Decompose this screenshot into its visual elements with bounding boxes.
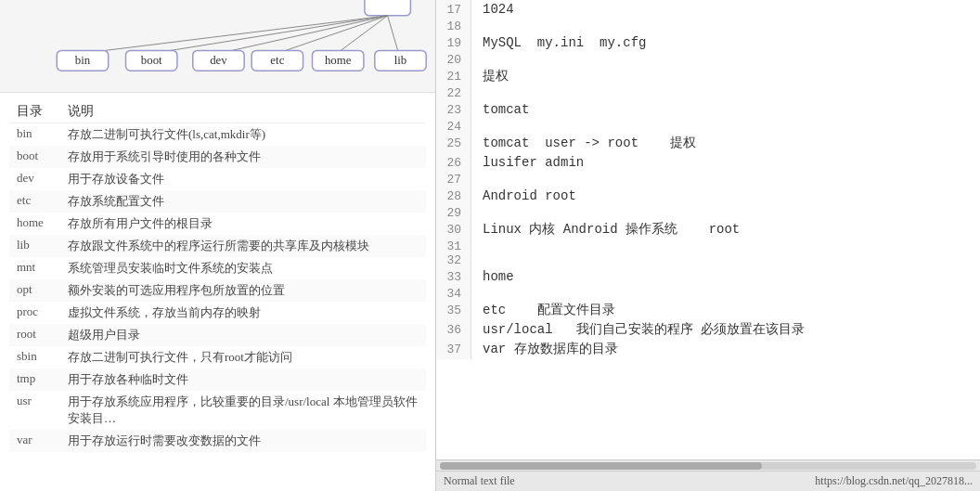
status-left: Normal text file xyxy=(444,474,515,488)
file-type-label: Normal text file xyxy=(444,474,515,488)
line-content: Linux 内核 Android 操作系统 root xyxy=(471,220,980,239)
code-lines: 1710241819MySQL my.ini my.cfg2021提权2223t… xyxy=(436,0,980,359)
line-number: 34 xyxy=(436,287,471,301)
table-row: sbin存放二进制可执行文件，只有root才能访问 xyxy=(9,346,426,368)
code-line: 32 xyxy=(436,253,980,267)
line-content: MySQL my.ini my.cfg xyxy=(471,33,980,53)
dir-cell: bin xyxy=(9,123,60,147)
line-number: 30 xyxy=(436,220,471,239)
line-number: 23 xyxy=(436,100,471,120)
table-row: lib存放跟文件系统中的程序运行所需要的共享库及内核模块 xyxy=(9,235,426,257)
code-line: 36usr/local 我们自己安装的程序 必须放置在该目录 xyxy=(436,320,980,340)
desc-cell: 存放二进制可执行文件(ls,cat,mkdir等) xyxy=(60,123,426,147)
line-content xyxy=(471,239,980,253)
line-number: 17 xyxy=(436,0,471,19)
dir-cell: dev xyxy=(9,168,60,190)
col-desc: 说明 xyxy=(60,100,426,123)
dir-table: 目录 说明 bin存放二进制可执行文件(ls,cat,mkdir等)boot存放… xyxy=(9,100,426,452)
svg-line-6 xyxy=(388,16,399,54)
line-number: 22 xyxy=(436,86,471,100)
svg-text:bin: bin xyxy=(75,54,91,67)
line-number: 24 xyxy=(436,120,471,134)
code-line: 19MySQL my.ini my.cfg xyxy=(436,33,980,53)
svg-line-2 xyxy=(153,16,387,54)
line-number: 21 xyxy=(436,67,471,86)
table-row: home存放所有用户文件的根目录 xyxy=(9,213,426,235)
line-content: var 存放数据库的目录 xyxy=(471,340,980,359)
horizontal-scrollbar-area[interactable] xyxy=(436,459,980,471)
desc-cell: 用于存放运行时需要改变数据的文件 xyxy=(60,430,426,452)
code-line: 29 xyxy=(436,206,980,220)
horizontal-scrollbar[interactable] xyxy=(440,462,976,470)
table-row: tmp用于存放各种临时文件 xyxy=(9,368,426,391)
desc-cell: 虚拟文件系统，存放当前内存的映射 xyxy=(60,302,426,324)
dir-cell: opt xyxy=(9,279,60,302)
dir-cell: lib xyxy=(9,235,60,257)
code-line: 30Linux 内核 Android 操作系统 root xyxy=(436,220,980,239)
line-number: 35 xyxy=(436,301,471,320)
dir-cell: home xyxy=(9,213,60,235)
tree-diagram: bin boot dev etc home lib xyxy=(0,0,435,92)
table-row: var用于存放运行时需要改变数据的文件 xyxy=(9,430,426,452)
line-number: 33 xyxy=(436,267,471,287)
desc-cell: 系统管理员安装临时文件系统的安装点 xyxy=(60,257,426,279)
line-number: 37 xyxy=(436,340,471,359)
line-number: 31 xyxy=(436,239,471,253)
dir-cell: var xyxy=(9,430,60,452)
status-bar: Normal text file https://blog.csdn.net/q… xyxy=(436,471,980,491)
line-number: 27 xyxy=(436,173,471,187)
line-content: usr/local 我们自己安装的程序 必须放置在该目录 xyxy=(471,320,980,340)
code-line: 34 xyxy=(436,287,980,301)
table-area: 目录 说明 bin存放二进制可执行文件(ls,cat,mkdir等)boot存放… xyxy=(0,93,435,491)
code-line: 28Android root xyxy=(436,187,980,206)
code-line: 18 xyxy=(436,19,980,33)
code-line: 23tomcat xyxy=(436,100,980,120)
desc-cell: 超级用户目录 xyxy=(60,324,426,346)
line-content: Android root xyxy=(471,187,980,206)
code-line: 171024 xyxy=(436,0,980,19)
dir-cell: sbin xyxy=(9,346,60,368)
svg-text:boot: boot xyxy=(141,54,162,67)
code-line: 31 xyxy=(436,239,980,253)
svg-line-1 xyxy=(83,16,388,54)
line-number: 25 xyxy=(436,134,471,153)
table-row: opt额外安装的可选应用程序包所放置的位置 xyxy=(9,279,426,302)
line-content: tomcat user -> root 提权 xyxy=(471,134,980,153)
line-content: home xyxy=(471,267,980,287)
table-row: root超级用户目录 xyxy=(9,324,426,346)
svg-rect-0 xyxy=(365,0,411,16)
code-line: 27 xyxy=(436,173,980,187)
desc-cell: 存放系统配置文件 xyxy=(60,190,426,213)
line-number: 28 xyxy=(436,187,471,206)
line-content: 提权 xyxy=(471,67,980,86)
code-editor[interactable]: 1710241819MySQL my.ini my.cfg2021提权2223t… xyxy=(436,0,980,459)
table-header-row: 目录 说明 xyxy=(9,100,426,123)
line-content xyxy=(471,86,980,100)
table-row: bin存放二进制可执行文件(ls,cat,mkdir等) xyxy=(9,123,426,147)
dir-cell: etc xyxy=(9,190,60,213)
table-row: etc存放系统配置文件 xyxy=(9,190,426,213)
tree-area: bin boot dev etc home lib xyxy=(0,0,435,93)
left-panel: bin boot dev etc home lib xyxy=(0,0,436,491)
table-row: mnt系统管理员安装临时文件系统的安装点 xyxy=(9,257,426,279)
line-number: 18 xyxy=(436,19,471,33)
svg-text:lib: lib xyxy=(394,54,407,67)
code-line: 37var 存放数据库的目录 xyxy=(436,340,980,359)
table-row: dev用于存放设备文件 xyxy=(9,168,426,190)
line-number: 20 xyxy=(436,53,471,67)
dir-cell: usr xyxy=(9,391,60,430)
dir-cell: mnt xyxy=(9,257,60,279)
line-content xyxy=(471,287,980,301)
desc-cell: 用于存放系统应用程序，比较重要的目录/usr/local 本地管理员软件安装目… xyxy=(60,391,426,430)
svg-text:dev: dev xyxy=(210,54,227,67)
desc-cell: 存放二进制可执行文件，只有root才能访问 xyxy=(60,346,426,368)
table-row: usr用于存放系统应用程序，比较重要的目录/usr/local 本地管理员软件安… xyxy=(9,391,426,430)
scrollbar-thumb[interactable] xyxy=(440,462,762,470)
desc-cell: 额外安装的可选应用程序包所放置的位置 xyxy=(60,279,426,302)
line-content xyxy=(471,120,980,134)
status-url: https://blog.csdn.net/qq_2027818... xyxy=(815,474,973,488)
table-row: proc虚拟文件系统，存放当前内存的映射 xyxy=(9,302,426,324)
desc-cell: 存放所有用户文件的根目录 xyxy=(60,213,426,235)
col-dir: 目录 xyxy=(9,100,60,123)
desc-cell: 存放用于系统引导时使用的各种文件 xyxy=(60,146,426,168)
